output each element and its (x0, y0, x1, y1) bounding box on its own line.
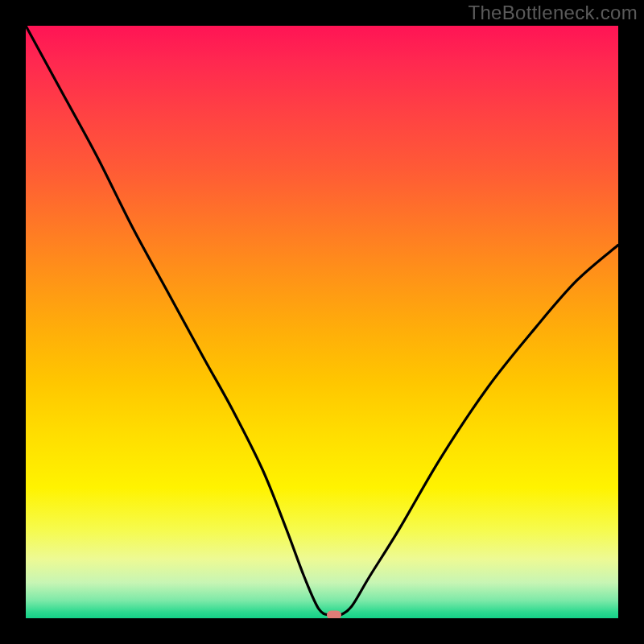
watermark-label: TheBottleneck.com (468, 2, 638, 24)
bottleneck-curve (26, 26, 618, 618)
optimal-point-marker (327, 611, 341, 618)
plot-area (26, 26, 618, 618)
chart-frame: TheBottleneck.com (0, 0, 644, 644)
